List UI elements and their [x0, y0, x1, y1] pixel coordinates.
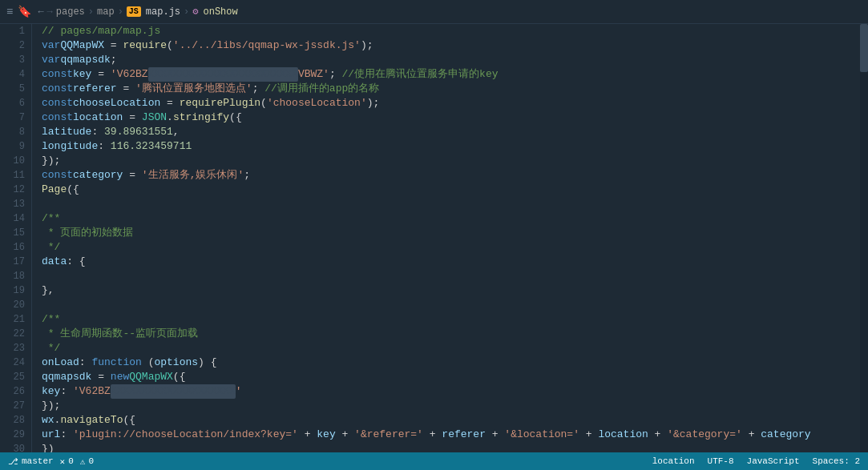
- code-line-14: /**: [42, 211, 860, 226]
- line-num-20: 20: [0, 298, 31, 312]
- line-num-18: 18: [0, 269, 31, 283]
- line-num-8: 8: [0, 125, 31, 139]
- code-line-7: const location = JSON.stringify({: [42, 110, 860, 125]
- nav-filename: map.js: [146, 6, 180, 18]
- branch-name: master: [22, 456, 54, 466]
- nav-map: map: [97, 6, 115, 18]
- nav-sep-3: ›: [184, 6, 189, 18]
- top-bar-icons: ≡ 🔖: [6, 5, 31, 18]
- cursor-location: location: [652, 456, 695, 466]
- error-count[interactable]: ✕ 0 ⚠ 0: [60, 456, 94, 467]
- line-num-11: 11: [0, 168, 31, 183]
- line-num-6: 6: [0, 96, 31, 110]
- code-line-3: var qqmapsdk;: [42, 53, 860, 67]
- line-num-9: 9: [0, 139, 31, 154]
- code-line-11: const category = '生活服务,娱乐休闲';: [42, 168, 860, 183]
- line-num-29: 29: [0, 428, 31, 442]
- scroll-thumb[interactable]: [860, 24, 868, 72]
- nav-pages: pages: [56, 6, 85, 18]
- code-line-25: qqmapsdk = new QQMapWX({: [42, 370, 860, 384]
- line-num-19: 19: [0, 283, 31, 298]
- status-bar: ⎇ master ✕ 0 ⚠ 0 location UTF-8 JavaScri…: [0, 452, 868, 470]
- line-num-30: 30: [0, 442, 31, 452]
- line-num-1: 1: [0, 24, 31, 38]
- status-left: ⎇ master ✕ 0 ⚠ 0: [8, 456, 94, 467]
- line-num-17: 17: [0, 255, 31, 269]
- code-line-18: [42, 269, 860, 283]
- code-line-28: wx.navigateTo({: [42, 413, 860, 428]
- line-num-27: 27: [0, 399, 31, 413]
- top-bar: ≡ 🔖 ← → pages › map › JS map.js › ⚙ onSh…: [0, 0, 868, 24]
- nav-sep-2: ›: [118, 6, 123, 18]
- line-num-3: 3: [0, 53, 31, 67]
- line-num-4: 4: [0, 67, 31, 82]
- nav-forward[interactable]: →: [47, 6, 53, 18]
- main-area: 1234567891011121314151617181920212223242…: [0, 24, 868, 452]
- nav-function: onShow: [204, 6, 238, 18]
- line-num-25: 25: [0, 370, 31, 384]
- code-line-17: data: {: [42, 255, 860, 269]
- breadcrumb-nav: ← → pages › map › JS map.js › ⚙ onShow: [38, 6, 237, 18]
- line-num-14: 14: [0, 211, 31, 226]
- nav-back[interactable]: ←: [38, 6, 43, 18]
- code-line-30: }): [42, 442, 860, 452]
- code-line-20: [42, 298, 860, 312]
- warning-num: 0: [88, 456, 94, 466]
- nav-icon-fn: ⚙: [192, 6, 198, 18]
- error-num: 0: [68, 456, 74, 466]
- line-num-16: 16: [0, 240, 31, 255]
- error-icon: ✕: [60, 456, 66, 467]
- hamburger-icon[interactable]: ≡: [6, 6, 13, 18]
- line-num-15: 15: [0, 226, 31, 240]
- line-num-28: 28: [0, 413, 31, 428]
- line-num-7: 7: [0, 110, 31, 125]
- line-num-22: 22: [0, 327, 31, 341]
- line-num-10: 10: [0, 154, 31, 168]
- code-line-12: Page({: [42, 183, 860, 197]
- scrollbar[interactable]: [860, 24, 868, 452]
- encoding: UTF-8: [708, 456, 734, 466]
- language-mode: JavaScript: [747, 456, 800, 466]
- code-line-2: var QQMapWX = require('../../libs/qqmap-…: [42, 38, 860, 53]
- code-line-21: /**: [42, 312, 860, 327]
- nav-sep-1: ›: [88, 6, 94, 18]
- code-line-19: },: [42, 283, 860, 298]
- code-line-13: [42, 197, 860, 211]
- code-line-1: // pages/map/map.js: [42, 24, 860, 38]
- branch-icon: ⎇: [8, 456, 18, 467]
- code-line-5: const referer = '腾讯位置服务地图选点'; //调用插件的app…: [42, 82, 860, 96]
- line-num-5: 5: [0, 82, 31, 96]
- code-line-15: * 页面的初始数据: [42, 226, 860, 240]
- code-line-24: onLoad: function (options) {: [42, 356, 860, 370]
- code-line-6: const chooseLocation = requirePlugin('ch…: [42, 96, 860, 110]
- code-line-27: });: [42, 399, 860, 413]
- bookmark-icon[interactable]: 🔖: [18, 5, 31, 18]
- code-line-16: */: [42, 240, 860, 255]
- code-line-23: */: [42, 341, 860, 356]
- code-line-10: });: [42, 154, 860, 168]
- line-num-12: 12: [0, 183, 31, 197]
- code-line-26: key: 'V62BZXXXXXXXXXXXXXXXXXXXX': [42, 384, 860, 399]
- code-line-29: url: 'plugin://chooseLocation/index?key=…: [42, 428, 860, 442]
- code-line-22: * 生命周期函数--监听页面加载: [42, 327, 860, 341]
- line-num-24: 24: [0, 356, 31, 370]
- line-num-2: 2: [0, 38, 31, 53]
- warning-icon: ⚠: [80, 456, 86, 467]
- status-right: location UTF-8 JavaScript Spaces: 2: [652, 456, 860, 466]
- line-num-21: 21: [0, 312, 31, 327]
- line-num-26: 26: [0, 384, 31, 399]
- code-line-9: longitude: 116.323459711: [42, 139, 860, 154]
- code-line-8: latitude: 39.89631551,: [42, 125, 860, 139]
- line-num-23: 23: [0, 341, 31, 356]
- code-line-4: const key = 'V62BZXXXXXXXXXXXXXXXXXXXXXX…: [42, 67, 860, 82]
- indent-spaces: Spaces: 2: [813, 456, 860, 466]
- line-numbers: 1234567891011121314151617181920212223242…: [0, 24, 32, 452]
- line-num-13: 13: [0, 197, 31, 211]
- js-icon: JS: [127, 6, 141, 17]
- git-branch[interactable]: ⎇ master: [8, 456, 54, 467]
- code-editor[interactable]: // pages/map/map.jsvar QQMapWX = require…: [32, 24, 860, 452]
